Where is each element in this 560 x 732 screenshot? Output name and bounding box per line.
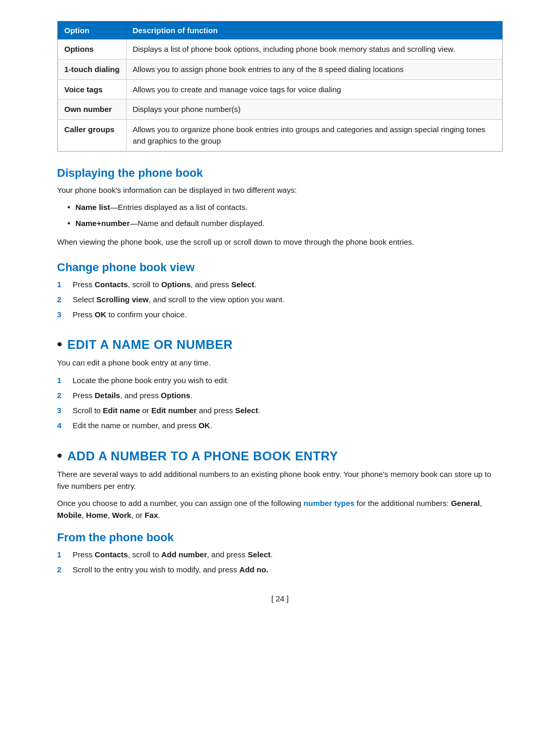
list-item: 2Scroll to the entry you wish to modify,… bbox=[57, 564, 503, 575]
list-item: Name list—Entries displayed as a list of… bbox=[67, 201, 503, 214]
table-cell-option: Caller groups bbox=[58, 120, 127, 151]
table-cell-option: Voice tags bbox=[58, 79, 127, 100]
table-cell-description: Allows you to organize phone book entrie… bbox=[126, 120, 502, 151]
edit-bullet: • bbox=[57, 336, 62, 353]
list-item: 2Select Scrolling view, and scroll to th… bbox=[57, 293, 503, 305]
list-item: 3Scroll to Edit name or Edit number and … bbox=[57, 404, 503, 416]
edit-steps: 1Locate the phone book entry you wish to… bbox=[57, 374, 503, 432]
list-item: Name+number—Name and default number disp… bbox=[67, 217, 503, 230]
add-number-bullet: • bbox=[57, 447, 62, 464]
table-cell-option: 1-touch dialing bbox=[58, 59, 127, 79]
list-item: 1Press Contacts, scroll to Add number, a… bbox=[57, 548, 503, 560]
displaying-intro: Your phone book's information can be dis… bbox=[57, 184, 503, 196]
table-cell-description: Displays a list of phone book options, i… bbox=[126, 39, 502, 60]
table-cell-option: Own number bbox=[58, 100, 127, 120]
table-cell-description: Allows you to assign phone book entries … bbox=[126, 59, 502, 79]
page-number: [ 24 ] bbox=[57, 594, 503, 603]
list-item: 1Press Contacts, scroll to Options, and … bbox=[57, 278, 503, 290]
table-cell-description: Allows you to create and manage voice ta… bbox=[126, 79, 502, 100]
list-item: 1Locate the phone book entry you wish to… bbox=[57, 374, 503, 386]
list-item: 2Press Details, and press Options. bbox=[57, 389, 503, 401]
table-cell-option: Options bbox=[58, 39, 127, 60]
from-phone-book-steps: 1Press Contacts, scroll to Add number, a… bbox=[57, 548, 503, 576]
list-item: 4Edit the name or number, and press OK. bbox=[57, 419, 503, 431]
table-header-description: Description of function bbox=[126, 22, 502, 39]
table-cell-description: Displays your phone number(s) bbox=[126, 100, 502, 120]
displaying-bullet-list: Name list—Entries displayed as a list of… bbox=[67, 201, 503, 230]
edit-heading: EDIT A NAME OR NUMBER bbox=[67, 337, 233, 352]
list-item: 3Press OK to confirm your choice. bbox=[57, 308, 503, 320]
change-view-steps: 1Press Contacts, scroll to Options, and … bbox=[57, 278, 503, 321]
change-view-heading: Change phone book view bbox=[57, 261, 503, 274]
displaying-heading: Displaying the phone book bbox=[57, 166, 503, 180]
edit-intro: You can edit a phone book entry at any t… bbox=[57, 357, 503, 369]
table-header-option: Option bbox=[58, 22, 127, 39]
add-number-heading: ADD A NUMBER TO A PHONE BOOK ENTRY bbox=[67, 449, 338, 463]
add-number-note: Once you choose to add a number, you can… bbox=[57, 497, 503, 522]
options-table: Option Description of function OptionsDi… bbox=[57, 21, 503, 152]
add-number-intro: There are several ways to add additional… bbox=[57, 468, 503, 492]
displaying-note: When viewing the phone book, use the scr… bbox=[57, 236, 503, 248]
from-phone-book-heading: From the phone book bbox=[57, 531, 503, 544]
